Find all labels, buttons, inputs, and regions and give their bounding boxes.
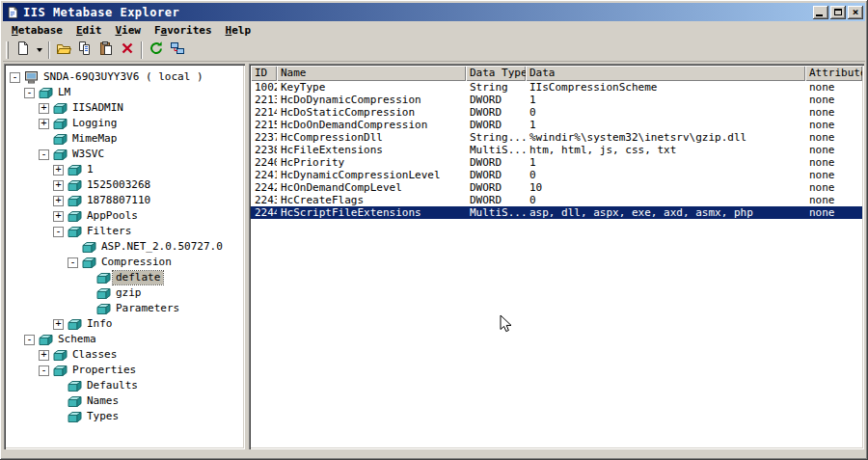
- new-record-button[interactable]: [13, 40, 34, 61]
- paste-button[interactable]: [95, 40, 117, 61]
- tree-item-classes[interactable]: +Classes: [6, 347, 243, 363]
- tree-item-properties[interactable]: -Properties: [6, 363, 243, 378]
- toolbar-grip[interactable]: [6, 41, 9, 59]
- tree-label[interactable]: Properties: [69, 364, 139, 377]
- tree-item-1[interactable]: +1: [6, 162, 243, 177]
- tree-label[interactable]: AppPools: [84, 209, 141, 223]
- tree-label[interactable]: Parameters: [113, 302, 182, 315]
- tree-item-apppools[interactable]: +AppPools: [6, 208, 243, 224]
- tree-label[interactable]: LM: [55, 86, 73, 99]
- tree-label[interactable]: SNDA-69Q3UYY3V6 ( local ): [41, 70, 206, 84]
- menu-item-help[interactable]: Help: [219, 22, 258, 39]
- expand-icon[interactable]: +: [39, 119, 49, 129]
- table-row-2215[interactable]: 2215HcDoOnDemandCompressionDWORD1none: [251, 119, 862, 131]
- menu-item-metabase[interactable]: Metabase: [5, 22, 69, 39]
- table-row-2241[interactable]: 2241HcDynamicCompressionLevelDWORD0none: [251, 169, 862, 181]
- tree-item-names[interactable]: Names: [6, 393, 243, 409]
- tree-item-filters[interactable]: -Filters: [6, 224, 243, 239]
- tree-label[interactable]: Names: [84, 394, 122, 408]
- tree-item-deflate[interactable]: deflate: [6, 270, 243, 285]
- refresh-button[interactable]: [146, 40, 167, 61]
- table-row-2213[interactable]: 2213HcDoDynamicCompressionDWORD1none: [251, 94, 862, 106]
- tree-label[interactable]: 1525003268: [84, 178, 153, 192]
- tree-item-gzip[interactable]: gzip: [6, 285, 243, 301]
- tree-label[interactable]: 1: [84, 163, 96, 176]
- tree-item-1878807110[interactable]: +1878807110: [6, 193, 243, 208]
- expand-icon[interactable]: +: [39, 103, 49, 114]
- table-row-2242[interactable]: 2242HcOnDemandCompLevelDWORD10none: [251, 181, 862, 194]
- table-row-2244[interactable]: 2244HcScriptFileExtensionsMultiS...asp, …: [251, 206, 862, 219]
- metabase-node-icon: [82, 240, 98, 254]
- menu-item-view[interactable]: View: [108, 22, 148, 39]
- copy-button[interactable]: [74, 40, 95, 61]
- tree-item-logging[interactable]: +Logging: [6, 116, 243, 131]
- collapse-icon[interactable]: -: [10, 72, 20, 83]
- maximize-button[interactable]: [830, 6, 846, 19]
- tree-item-asp-net-2-0-50727-0[interactable]: ASP.NET_2.0.50727.0: [6, 239, 243, 255]
- tree-label[interactable]: MimeMap: [69, 132, 120, 146]
- collapse-icon[interactable]: -: [24, 335, 35, 345]
- tree-label[interactable]: Classes: [69, 348, 120, 362]
- expand-icon[interactable]: +: [53, 211, 64, 222]
- collapse-icon[interactable]: -: [39, 365, 49, 376]
- expand-icon[interactable]: +: [53, 196, 64, 206]
- cell-name: HcDynamicCompressionLevel: [277, 169, 466, 181]
- cell-name: HcFileExtensions: [277, 144, 466, 156]
- expand-icon[interactable]: +: [53, 319, 64, 330]
- tree-label[interactable]: 1878807110: [84, 194, 153, 207]
- table-row-2214[interactable]: 2214HcDoStaticCompressionDWORD0none: [251, 106, 862, 119]
- table-row-2237[interactable]: 2237HcCompressionDllString...%windir%\sy…: [251, 131, 862, 144]
- tree-item-1525003268[interactable]: +1525003268: [6, 177, 243, 193]
- table-row-2243[interactable]: 2243HcCreateFlagsDWORD0none: [251, 194, 862, 206]
- tree-label[interactable]: Types: [84, 410, 122, 423]
- permissions-button[interactable]: [167, 40, 188, 61]
- tree-label[interactable]: Filters: [84, 225, 134, 238]
- minimize-button[interactable]: [813, 6, 828, 19]
- tree-label[interactable]: gzip: [113, 286, 145, 300]
- metabase-node-icon: [96, 302, 113, 315]
- collapse-icon[interactable]: -: [68, 257, 78, 268]
- column-header-name[interactable]: Name: [277, 66, 466, 81]
- table-row-2238[interactable]: 2238HcFileExtensionsMultiS...htm, html, …: [251, 144, 862, 156]
- tree-item-mimemap[interactable]: MimeMap: [6, 131, 243, 147]
- tree-label[interactable]: Schema: [55, 333, 99, 346]
- collapse-icon[interactable]: -: [53, 227, 64, 237]
- tree-label[interactable]: IISADMIN: [69, 101, 126, 115]
- tree-label[interactable]: ASP.NET_2.0.50727.0: [98, 240, 226, 254]
- column-header-id[interactable]: ID: [251, 66, 277, 81]
- tree-item-schema[interactable]: -Schema: [6, 332, 243, 347]
- collapse-icon[interactable]: -: [39, 149, 49, 160]
- menu-item-edit[interactable]: Edit: [69, 22, 109, 39]
- tree-item-w3svc[interactable]: -W3SVC: [6, 147, 243, 162]
- table-row-2240[interactable]: 2240HcPriorityDWORD1none: [251, 156, 862, 169]
- delete-button[interactable]: [117, 40, 138, 61]
- open-button[interactable]: [53, 40, 74, 61]
- cell-data: 0: [526, 106, 805, 119]
- tree-label[interactable]: Logging: [69, 117, 120, 130]
- expand-icon[interactable]: +: [39, 350, 49, 361]
- close-button[interactable]: ×: [848, 6, 863, 19]
- cell-id: 2241: [251, 169, 277, 181]
- tree-item-types[interactable]: Types: [6, 409, 243, 424]
- tree-item-defaults[interactable]: Defaults: [6, 378, 243, 393]
- expand-icon[interactable]: +: [53, 180, 64, 191]
- table-row-1002[interactable]: 1002KeyTypeStringIIsCompressionSchemenon…: [251, 81, 862, 94]
- column-header-data[interactable]: Data: [526, 66, 805, 81]
- column-header-data-type[interactable]: Data Type: [466, 66, 526, 81]
- new-record-dropdown-button[interactable]: [34, 40, 45, 61]
- menu-item-favorites[interactable]: Favorites: [148, 22, 219, 39]
- collapse-icon[interactable]: -: [24, 88, 35, 98]
- tree-item-lm[interactable]: -LM: [6, 85, 243, 100]
- tree-item-iisadmin[interactable]: +IISADMIN: [6, 100, 243, 116]
- tree-label[interactable]: W3SVC: [69, 148, 107, 161]
- tree-item-snda-69q3uyy3v6-local[interactable]: -SNDA-69Q3UYY3V6 ( local ): [6, 69, 243, 85]
- tree-label[interactable]: Info: [84, 317, 116, 331]
- tree-label[interactable]: Defaults: [84, 379, 141, 392]
- expand-icon[interactable]: +: [53, 165, 64, 176]
- tree-item-compression[interactable]: -Compression: [6, 255, 243, 270]
- column-header-attributes[interactable]: Attributes: [805, 66, 862, 81]
- tree-item-parameters[interactable]: Parameters: [6, 301, 243, 316]
- tree-label[interactable]: deflate: [113, 271, 163, 284]
- tree-label[interactable]: Compression: [98, 256, 175, 269]
- tree-item-info[interactable]: +Info: [6, 316, 243, 332]
